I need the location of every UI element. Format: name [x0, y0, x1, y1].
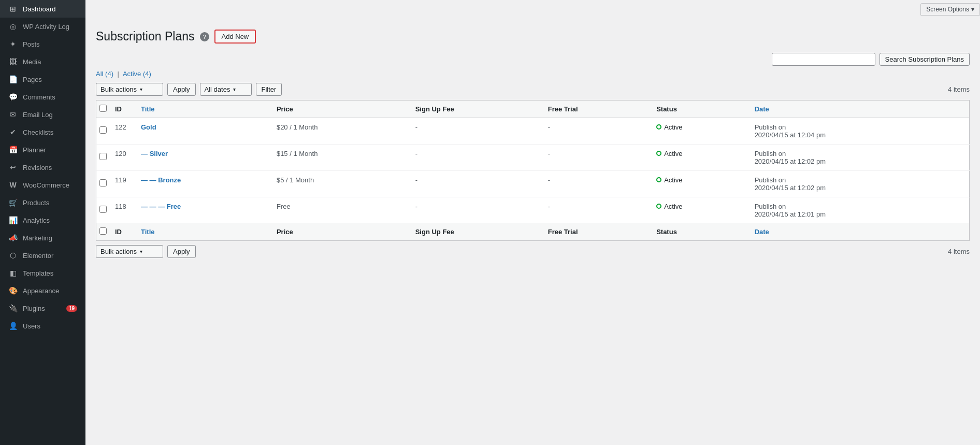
main-content: Screen Options ▾ Subscription Plans ? Ad… [85, 0, 980, 445]
table-header-row: ID Title Price Sign Up Fee Free Trial [96, 100, 970, 118]
sidebar-item-label: Planner [23, 146, 46, 154]
row-checkbox-cell [96, 197, 110, 223]
row-id-3: 118 [110, 197, 136, 223]
woocommerce-icon: W [8, 180, 18, 190]
row-status-0: Active [651, 118, 749, 144]
sidebar-item-users[interactable]: 👤 Users [0, 317, 85, 335]
dates-label-top: All dates [205, 85, 230, 93]
filter-all-link[interactable]: All (4) [96, 70, 116, 78]
sidebar: ⊞ Dashboard ◎ WP Activity Log ✦ Posts 🖼 … [0, 0, 85, 445]
sidebar-item-plugins[interactable]: 🔌 Plugins 19 [0, 299, 85, 317]
planner-icon: 📅 [8, 145, 18, 154]
table-body: 122 Gold $20 / 1 Month - - Active Publis… [96, 118, 970, 223]
sidebar-item-wp-activity-log[interactable]: ◎ WP Activity Log [0, 18, 85, 35]
help-icon[interactable]: ? [200, 32, 209, 41]
search-button[interactable]: Search Subscription Plans [880, 53, 970, 66]
filter-button-top[interactable]: Filter [256, 83, 282, 96]
sidebar-item-label: Products [23, 199, 49, 207]
bulk-actions-select-top[interactable]: Bulk actions ▾ [96, 83, 163, 96]
status-dot-2 [656, 177, 661, 182]
filter-separator: | [118, 70, 119, 78]
date-value-1: 2020/04/15 at 12:02 pm [755, 157, 826, 165]
row-checkbox-3[interactable] [99, 206, 107, 213]
footer-title-link[interactable]: Title [141, 228, 155, 236]
bulk-actions-chevron-icon-bottom: ▾ [140, 249, 142, 254]
filter-active-link[interactable]: Active (4) [123, 70, 151, 78]
row-checkbox-1[interactable] [99, 153, 107, 160]
apply-button-top[interactable]: Apply [167, 83, 196, 96]
sidebar-item-label: Plugins [23, 305, 45, 312]
sidebar-item-email-log[interactable]: ✉ Email Log [0, 106, 85, 123]
date-value-3: 2020/04/15 at 12:01 pm [755, 210, 826, 218]
row-checkbox-0[interactable] [99, 126, 107, 134]
date-label-1: Publish on [755, 150, 786, 157]
add-new-button[interactable]: Add New [214, 30, 256, 44]
sidebar-item-elementor[interactable]: ⬡ Elementor [0, 247, 85, 264]
sidebar-item-comments[interactable]: 💬 Comments [0, 88, 85, 106]
row-title-link-1[interactable]: — Silver [141, 150, 168, 157]
templates-icon: ◧ [8, 268, 18, 278]
row-id-0: 122 [110, 118, 136, 144]
row-checkbox-cell [96, 118, 110, 144]
screen-options-label: Screen Options [926, 6, 969, 13]
row-status-1: Active [651, 144, 749, 170]
row-title-link-2[interactable]: — — Bronze [141, 176, 181, 184]
screen-options-button[interactable]: Screen Options ▾ [920, 3, 980, 16]
row-title-2: — — Bronze [136, 170, 271, 197]
row-title-3: — — — Free [136, 197, 271, 223]
table-footer-row: ID Title Price Sign Up Fee Free Trial [96, 223, 970, 241]
row-signup-fee-0: - [410, 118, 543, 144]
apply-button-bottom[interactable]: Apply [167, 245, 196, 258]
row-title-link-0[interactable]: Gold [141, 123, 156, 131]
row-checkbox-2[interactable] [99, 179, 107, 186]
bottom-toolbar: Bulk actions ▾ Apply 4 items [96, 245, 970, 258]
sidebar-item-analytics[interactable]: 📊 Analytics [0, 211, 85, 229]
sidebar-item-label: WooCommerce [23, 181, 69, 189]
dates-select-top[interactable]: All dates ▾ [200, 83, 252, 96]
appearance-icon: 🎨 [8, 286, 18, 295]
row-signup-fee-2: - [410, 170, 543, 197]
pages-icon: 📄 [8, 75, 18, 84]
sidebar-item-dashboard[interactable]: ⊞ Dashboard [0, 0, 85, 18]
select-all-checkbox-bottom[interactable] [99, 227, 107, 235]
sidebar-item-checklists[interactable]: ✔ Checklists [0, 123, 85, 141]
sidebar-item-label: Templates [23, 269, 53, 277]
sidebar-item-planner[interactable]: 📅 Planner [0, 141, 85, 159]
sidebar-item-pages[interactable]: 📄 Pages [0, 70, 85, 88]
search-input[interactable] [772, 53, 875, 66]
items-count-top: 4 items [948, 85, 970, 93]
sidebar-item-label: Pages [23, 76, 42, 83]
row-signup-fee-3: - [410, 197, 543, 223]
table-row: 122 Gold $20 / 1 Month - - Active Publis… [96, 118, 970, 144]
email-log-icon: ✉ [8, 110, 18, 119]
sidebar-item-marketing[interactable]: 📣 Marketing [0, 229, 85, 247]
header-title-link[interactable]: Title [141, 105, 155, 113]
row-price-1: $15 / 1 Month [271, 144, 410, 170]
bulk-actions-select-bottom[interactable]: Bulk actions ▾ [96, 245, 163, 258]
footer-status: Status [651, 223, 749, 241]
screen-options-chevron-icon: ▾ [971, 6, 974, 13]
row-free-trial-1: - [543, 144, 651, 170]
status-dot-3 [656, 204, 661, 209]
topbar: Screen Options ▾ [85, 0, 980, 19]
header-title: Title [136, 100, 271, 118]
sidebar-item-label: Analytics [23, 217, 50, 224]
select-all-checkbox-top[interactable] [99, 105, 107, 112]
marketing-icon: 📣 [8, 233, 18, 242]
row-date-1: Publish on 2020/04/15 at 12:02 pm [750, 144, 970, 170]
sidebar-item-revisions[interactable]: ↩ Revisions [0, 159, 85, 176]
footer-date-link[interactable]: Date [755, 228, 769, 236]
status-dot-0 [656, 124, 661, 130]
sidebar-item-appearance[interactable]: 🎨 Appearance [0, 282, 85, 299]
sidebar-item-products[interactable]: 🛒 Products [0, 194, 85, 211]
sidebar-item-media[interactable]: 🖼 Media [0, 53, 85, 70]
row-price-3: Free [271, 197, 410, 223]
sidebar-item-woocommerce[interactable]: W WooCommerce [0, 176, 85, 194]
sidebar-item-posts[interactable]: ✦ Posts [0, 35, 85, 53]
sidebar-item-templates[interactable]: ◧ Templates [0, 264, 85, 282]
table-row: 119 — — Bronze $5 / 1 Month - - Active P… [96, 170, 970, 197]
footer-free-trial: Free Trial [543, 223, 651, 241]
header-date-link[interactable]: Date [755, 105, 769, 113]
row-title-link-3[interactable]: — — — Free [141, 203, 181, 210]
top-toolbar: Bulk actions ▾ Apply All dates ▾ Filter … [96, 83, 970, 96]
